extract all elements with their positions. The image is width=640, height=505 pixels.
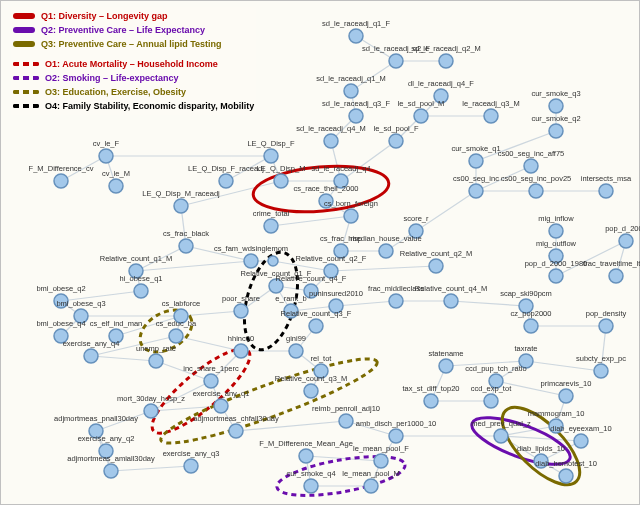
node-cs00_seg_inc_aff75[interactable] bbox=[524, 159, 538, 173]
node-reimb_penroll_adj10[interactable] bbox=[339, 414, 353, 428]
node-exercise_any_q3[interactable] bbox=[184, 459, 198, 473]
node-exercise_any_q1[interactable] bbox=[214, 399, 228, 413]
node-sd_le_raceadj_q2_M[interactable] bbox=[439, 54, 453, 68]
o4-swatch bbox=[13, 104, 39, 108]
node-label-statename: statename bbox=[428, 349, 463, 358]
node-label-intersects_msa: intersects_msa bbox=[581, 174, 632, 183]
node-label-sd_le_raceadj_q2_M: sd_le_raceadj_q2_M bbox=[411, 44, 481, 53]
node-label-cs_race_theil_2000: cs_race_theil_2000 bbox=[293, 184, 358, 193]
o4-label: O4: Family Stability, Economic disparity… bbox=[45, 99, 254, 113]
node-exercise_any_q4[interactable] bbox=[84, 349, 98, 363]
node-label-exercise_any_q3: exercise_any_q3 bbox=[163, 449, 220, 458]
node-label-pop_d_2000_1980: pop_d_2000_1980 bbox=[525, 259, 588, 268]
node-sd_le_raceadj_q1_M[interactable] bbox=[344, 84, 358, 98]
node-F_M_Difference_Mean_Age[interactable] bbox=[299, 449, 313, 463]
node-poor_share[interactable] bbox=[234, 304, 248, 318]
node-LE_Q_Disp_F[interactable] bbox=[264, 149, 278, 163]
node-label-hi_obese_q1: hi_obese_q1 bbox=[120, 274, 163, 283]
q2-swatch bbox=[13, 27, 35, 33]
node-le_mean_pool_M[interactable] bbox=[364, 479, 378, 493]
node-med_prev_qual_z[interactable] bbox=[494, 429, 508, 443]
node-hi_obese_q1[interactable] bbox=[134, 284, 148, 298]
node-label-pop_d_2000: pop_d_2000 bbox=[605, 224, 640, 233]
node-pop_d_2000[interactable] bbox=[619, 234, 633, 248]
node-Relative_count_q3_M[interactable] bbox=[304, 384, 318, 398]
node-label-Relative_count_q2_M: Relative_count_q2_M bbox=[400, 249, 473, 258]
node-LE_Q_Disp_M_raceadj[interactable] bbox=[174, 199, 188, 213]
node-pop_d_2000_1980[interactable] bbox=[549, 269, 563, 283]
node-ccd_exp_tot[interactable] bbox=[484, 394, 498, 408]
node-hhinc00[interactable] bbox=[234, 344, 248, 358]
node-mig_inflow[interactable] bbox=[549, 224, 563, 238]
node-unemp_rate[interactable] bbox=[149, 354, 163, 368]
node-le_sd_pool_F[interactable] bbox=[389, 134, 403, 148]
node-label-pop_density: pop_density bbox=[586, 309, 627, 318]
node-cv_le_F[interactable] bbox=[99, 149, 113, 163]
node-cur_smoke_q2[interactable] bbox=[549, 124, 563, 138]
node-s[interactable] bbox=[268, 256, 278, 266]
node-sd_le_raceadj_q1_F[interactable] bbox=[349, 29, 363, 43]
node-cz_pop2000[interactable] bbox=[524, 319, 538, 333]
node-frac_middleclass[interactable] bbox=[389, 294, 403, 308]
node-intersects_msa[interactable] bbox=[599, 184, 613, 198]
node-label-mort_30day_hosp_z: mort_30day_hosp_z bbox=[117, 394, 185, 403]
node-statename[interactable] bbox=[439, 359, 453, 373]
node-cs_born_foreign[interactable] bbox=[344, 209, 358, 223]
node-label-le_mean_pool_F: le_mean_pool_F bbox=[353, 444, 409, 453]
node-label-median_house_value: median_house_value bbox=[350, 234, 421, 243]
node-label-diab_lipids_10: diab_lipids_10 bbox=[517, 444, 565, 453]
node-label-subcty_exp_pc: subcty_exp_pc bbox=[576, 354, 626, 363]
node-label-score_r: score_r bbox=[403, 214, 429, 223]
node-label-cs00_seg_inc_aff75: cs00_seg_inc_aff75 bbox=[498, 149, 565, 158]
node-Relative_count_q3_F[interactable] bbox=[309, 319, 323, 333]
node-cur_smoke_q4[interactable] bbox=[304, 479, 318, 493]
node-cs_educ_ba[interactable] bbox=[169, 329, 183, 343]
node-label-sd_le_raceadj_q3_F: sd_le_raceadj_q3_F bbox=[322, 99, 390, 108]
node-le_raceadj_q3_M[interactable] bbox=[484, 109, 498, 123]
node-cv_le_M[interactable] bbox=[109, 179, 123, 193]
node-label-diab_hemotest_10: diab_hemotest_10 bbox=[535, 459, 597, 468]
node-sd_le_raceadj_q4_M[interactable] bbox=[324, 134, 338, 148]
node-cs_fam_wdsinglemom[interactable] bbox=[244, 254, 258, 268]
node-diab_hemotest_10[interactable] bbox=[559, 469, 573, 483]
node-inc_share_1perc[interactable] bbox=[204, 374, 218, 388]
node-F_M_Difference_cv[interactable] bbox=[54, 174, 68, 188]
node-LE_Q_Disp_F_raceadj[interactable] bbox=[219, 174, 233, 188]
node-adjmortmeas_amiall30day[interactable] bbox=[104, 464, 118, 478]
node-pop_density[interactable] bbox=[599, 319, 613, 333]
node-le_sd_pool_M[interactable] bbox=[414, 109, 428, 123]
node-Relative_count_q2_M[interactable] bbox=[429, 259, 443, 273]
node-le_mean_pool_F[interactable] bbox=[374, 454, 388, 468]
node-subcty_exp_pc[interactable] bbox=[594, 364, 608, 378]
node-cs00_seg_inc_pov25[interactable] bbox=[529, 184, 543, 198]
node-label-unemp_rate: unemp_rate bbox=[136, 344, 176, 353]
node-adjmortmeas_chfall30day[interactable] bbox=[229, 424, 243, 438]
node-label-sd_le_raceadj_q1_F: sd_le_raceadj_q1_F bbox=[322, 19, 390, 28]
node-gini99[interactable] bbox=[289, 344, 303, 358]
node-amb_disch_per1000_10[interactable] bbox=[389, 429, 403, 443]
node-sd_le_raceadj_q3_F[interactable] bbox=[349, 109, 363, 123]
node-median_house_value[interactable] bbox=[379, 244, 393, 258]
node-cs00_seg_inc[interactable] bbox=[469, 184, 483, 198]
node-label-ccd_exp_tot: ccd_exp_tot bbox=[471, 384, 512, 393]
node-diab_eyeexam_10[interactable] bbox=[574, 434, 588, 448]
node-label-cur_smoke_q1: cur_smoke_q1 bbox=[451, 144, 500, 153]
node-mort_30day_hosp_z[interactable] bbox=[144, 404, 158, 418]
node-LE_Q_Disp_M[interactable] bbox=[274, 174, 288, 188]
node-cur_smoke_q1[interactable] bbox=[469, 154, 483, 168]
node-label-Relative_count_q4_F: Relative_count_q4_F bbox=[276, 274, 347, 283]
node-tax_st_diff_top20[interactable] bbox=[424, 394, 438, 408]
node-label-adjmortmeas_pnall30day: adjmortmeas_pnall30day bbox=[54, 414, 138, 423]
node-cur_smoke_q3[interactable] bbox=[549, 99, 563, 113]
node-crime_total[interactable] bbox=[264, 219, 278, 233]
node-cs_frac_black[interactable] bbox=[179, 239, 193, 253]
node-Relative_count_q4_M[interactable] bbox=[444, 294, 458, 308]
node-frac_traveltime_lt15[interactable] bbox=[609, 269, 623, 283]
node-sd_le_raceadj_q2_F[interactable] bbox=[389, 54, 403, 68]
node-label-le_raceadj_q3_M: le_raceadj_q3_M bbox=[462, 99, 520, 108]
svg-line-89 bbox=[501, 436, 581, 441]
node-primcarevis_10[interactable] bbox=[559, 389, 573, 403]
node-label-sd_le_raceadj_q4_M: sd_le_raceadj_q4_M bbox=[296, 124, 366, 133]
o1-swatch bbox=[13, 62, 39, 66]
node-label-LE_Q_Disp_M_raceadj: LE_Q_Disp_M_raceadj bbox=[142, 189, 220, 198]
